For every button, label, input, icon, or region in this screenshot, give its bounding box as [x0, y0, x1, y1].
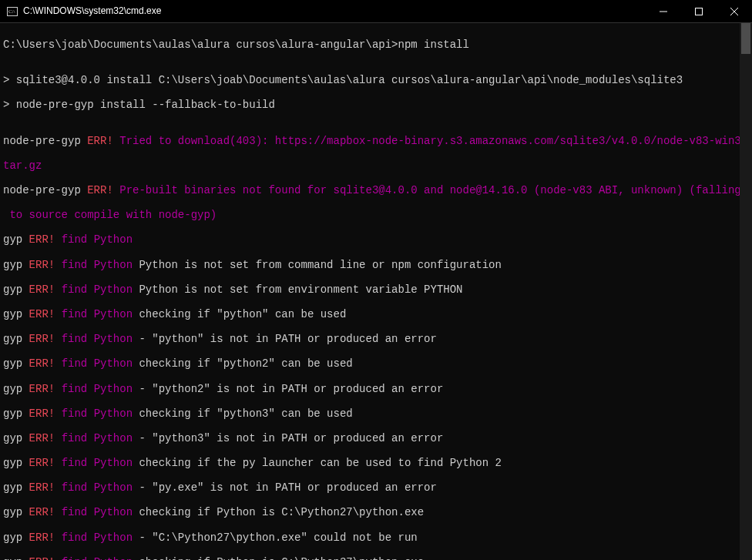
output-line: gyp ERR! find Python - "py.exe" is not i… [3, 481, 749, 494]
output-line: gyp ERR! find Python checking if "python… [3, 357, 749, 370]
output-line: node-pre-gyp ERR! Pre-built binaries not… [3, 184, 749, 196]
output-line: gyp ERR! find Python checking if Python … [3, 556, 749, 560]
window-title: C:\WINDOWS\system32\cmd.exe [23, 6, 646, 17]
output-line: gyp ERR! find Python Python is not set f… [3, 283, 749, 296]
command-prompt-line: C:\Users\joab\Documents\aulas\alura curs… [3, 39, 749, 51]
output-line: gyp ERR! find Python Python is not set f… [3, 259, 749, 271]
window-controls [646, 0, 752, 22]
output-line: node-pre-gyp ERR! Tried to download(403)… [3, 135, 749, 147]
output-line: gyp ERR! find Python - "python" is not i… [3, 333, 749, 345]
window-titlebar: C:\ C:\WINDOWS\system32\cmd.exe [0, 0, 752, 23]
output-line: > node-pre-gyp install --fallback-to-bui… [3, 99, 749, 111]
output-line: gyp ERR! find Python checking if the py … [3, 457, 749, 469]
close-button[interactable] [717, 0, 752, 22]
minimize-button[interactable] [646, 0, 681, 22]
output-line: gyp ERR! find Python checking if "python… [3, 308, 749, 320]
terminal-output[interactable]: C:\Users\joab\Documents\aulas\alura curs… [0, 23, 752, 560]
output-line: gyp ERR! find Python checking if Python … [3, 506, 749, 518]
output-line: gyp ERR! find Python - "C:\Python27\pyth… [3, 531, 749, 544]
vertical-scrollbar[interactable] [740, 23, 752, 560]
output-line: to source compile with node-gyp) [3, 209, 749, 221]
svg-rect-3 [696, 8, 703, 15]
scrollbar-thumb[interactable] [741, 23, 750, 54]
output-line: tar.gz [3, 159, 749, 172]
output-line: gyp ERR! find Python [3, 233, 749, 246]
cmd-icon: C:\ [6, 5, 18, 18]
output-line: gyp ERR! find Python checking if "python… [3, 407, 749, 420]
maximize-button[interactable] [681, 0, 717, 22]
output-line: gyp ERR! find Python - "python3" is not … [3, 432, 749, 444]
output-line: gyp ERR! find Python - "python2" is not … [3, 383, 749, 395]
svg-text:C:\: C:\ [8, 8, 15, 15]
output-line: > sqlite3@4.0.0 install C:\Users\joab\Do… [3, 74, 749, 86]
